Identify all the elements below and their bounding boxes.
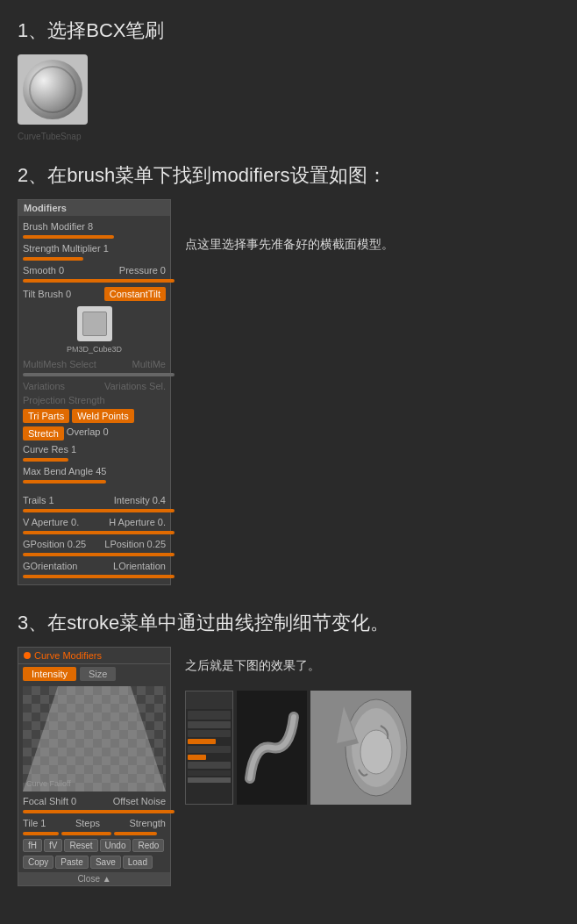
smooth-pressure-row: Smooth 0 Pressure 0 — [18, 263, 170, 277]
step1-heading: 1、选择BCX笔刷 — [18, 18, 559, 44]
step3-section: 3、在stroke菜单中通过曲线控制细节变化。 Curve Modifiers … — [18, 610, 559, 886]
step2-heading: 2、在brush菜单下找到modifiers设置如图： — [18, 162, 559, 189]
step3-content: Curve Modifiers Intensity Size Curve Fal… — [18, 647, 559, 886]
aperture-slider[interactable] — [23, 531, 175, 534]
curve-res-slider[interactable] — [23, 458, 68, 462]
curve-trapezoid-svg — [23, 686, 166, 791]
tile-slider[interactable] — [23, 832, 59, 835]
tile-label: Tile 1 — [23, 818, 46, 828]
strength-label2: Strength — [129, 818, 166, 828]
undo-button[interactable]: Undo — [100, 839, 132, 852]
variations-label: Variations — [23, 381, 65, 391]
steps-slider[interactable] — [61, 832, 111, 835]
modifiers-panel: Modifiers Brush Modifier 8 Strength Mult… — [18, 199, 171, 585]
fh-fv-row: fH fV Reset Undo Redo — [18, 837, 170, 854]
stretch-btn[interactable]: Stretch — [23, 426, 64, 441]
l-orientation-label: LOrientation — [113, 561, 166, 571]
pm3d-label: PM3D_Cube3D — [18, 345, 170, 354]
intensity-tab[interactable]: Intensity — [23, 667, 76, 681]
strength-slider2[interactable] — [114, 832, 157, 835]
max-bend-label: Max Bend Angle 45 — [23, 466, 106, 476]
model-svg — [310, 691, 411, 805]
v-aperture-label: V Aperture 0. — [23, 517, 79, 527]
step2-content: Modifiers Brush Modifier 8 Strength Mult… — [18, 199, 559, 585]
focal-shift-label: Focal Shift 0 — [23, 796, 76, 806]
model-preview — [310, 691, 411, 805]
orientation-row: GOrientation LOrientation — [18, 559, 170, 573]
multimesh-slider[interactable] — [23, 373, 175, 376]
multimesh-row: MultiMesh Select MultiMe — [18, 357, 170, 371]
pm3d-cube-icon — [82, 312, 107, 336]
fV-button[interactable]: fV — [44, 839, 62, 852]
focal-shift-row: Focal Shift 0 Offset Noise — [18, 794, 170, 808]
intensity-label: Intensity 0.4 — [114, 495, 166, 505]
copy-paste-row: Copy Paste Save Load — [18, 854, 170, 870]
weld-points-btn[interactable]: Weld Points — [72, 409, 134, 423]
projection-row: Projection Strength — [18, 393, 170, 407]
smooth-slider[interactable] — [23, 279, 175, 283]
multim-label: MultiMe — [132, 359, 166, 369]
brush-modifier-row: Brush Modifier 8 — [18, 219, 170, 233]
g-position-label: GPosition 0.25 — [23, 539, 86, 549]
load-button[interactable]: Load — [123, 856, 153, 869]
tilt-label: Tilt Brush 0 — [23, 289, 71, 299]
trails-slider[interactable] — [23, 509, 175, 512]
brush-modifier-label: Brush Modifier 8 — [23, 221, 93, 232]
render-svg — [237, 691, 307, 805]
tri-parts-btn[interactable]: Tri Parts — [23, 409, 69, 423]
paste-button[interactable]: Paste — [55, 856, 89, 869]
pm3d-box[interactable] — [77, 306, 112, 341]
tilt-row: Tilt Brush 0 ConstantTilt — [18, 285, 170, 303]
close-bar: Close ▲ — [18, 872, 170, 885]
curve-falloff-label: Curve Falloff — [26, 779, 71, 788]
ui-panel-mini — [185, 691, 233, 805]
redo-button[interactable]: Redo — [132, 839, 164, 852]
size-tab[interactable]: Size — [80, 667, 116, 681]
step1-section: 1、选择BCX笔刷 CurveTubeSnap — [18, 18, 559, 141]
curve-tabs: Intensity Size — [18, 664, 170, 684]
projection-label: Projection Strength — [23, 395, 105, 405]
reset-button[interactable]: Reset — [64, 839, 97, 852]
brush-sphere-icon — [23, 60, 82, 119]
curve-panel-title-label: Curve Modifiers — [34, 650, 102, 661]
curve-res-label: Curve Res 1 — [23, 444, 76, 455]
strength-row: Strength Multiplier 1 — [18, 241, 170, 255]
orange-dot-icon — [24, 652, 31, 659]
modifiers-panel-title: Modifiers — [18, 200, 170, 216]
max-bend-row: Max Bend Angle 45 — [18, 464, 170, 478]
orientation-slider[interactable] — [23, 575, 175, 578]
g-orientation-label: GOrientation — [23, 561, 77, 571]
trails-label: Trails 1 — [23, 495, 54, 505]
smooth-label: Smooth 0 — [23, 265, 64, 276]
curve-canvas: Curve Falloff — [23, 686, 166, 791]
save-button[interactable]: Save — [90, 856, 121, 869]
step2-note: 点这里选择事先准备好的横截面模型。 — [185, 234, 394, 254]
variations-row: Variations Variations Sel. — [18, 379, 170, 393]
steps-label: Steps — [75, 818, 100, 828]
step3-heading: 3、在stroke菜单中通过曲线控制细节变化。 — [18, 610, 559, 636]
strength-label: Strength Multiplier 1 — [23, 243, 109, 254]
stretch-overlap-row: Stretch Overlap 0 — [18, 425, 170, 442]
page-wrapper: 1、选择BCX笔刷 CurveTubeSnap 2、在brush菜单下找到mod… — [0, 0, 577, 904]
render-preview — [237, 691, 307, 805]
aperture-row: V Aperture 0. H Aperture 0. — [18, 515, 170, 529]
step3-right: 之后就是下图的效果了。 — [185, 647, 411, 805]
brush-name-label: CurveTubeSnap — [18, 132, 81, 141]
offset-noise-label: Offset Noise — [113, 796, 166, 806]
overlap-label: Overlap 0 — [67, 426, 109, 441]
curve-panel: Curve Modifiers Intensity Size Curve Fal… — [18, 647, 171, 886]
brush-modifier-slider[interactable] — [23, 235, 114, 239]
variations-sel-label: Variations Sel. — [104, 381, 166, 391]
close-label[interactable]: Close ▲ — [77, 874, 110, 884]
tile-steps-strength-row: Tile 1 Steps Strength — [18, 816, 170, 830]
tri-weld-row: Tri Parts Weld Points — [18, 407, 170, 425]
result-collage — [185, 691, 411, 805]
constant-tilt-btn[interactable]: ConstantTilt — [104, 287, 166, 301]
step2-section: 2、在brush菜单下找到modifiers设置如图： Modifiers Br… — [18, 162, 559, 585]
strength-slider[interactable] — [23, 257, 83, 261]
position-slider[interactable] — [23, 553, 175, 556]
focal-shift-slider[interactable] — [23, 810, 175, 813]
copy-button[interactable]: Copy — [23, 856, 53, 869]
fH-button[interactable]: fH — [23, 839, 42, 852]
max-bend-slider[interactable] — [23, 480, 106, 483]
